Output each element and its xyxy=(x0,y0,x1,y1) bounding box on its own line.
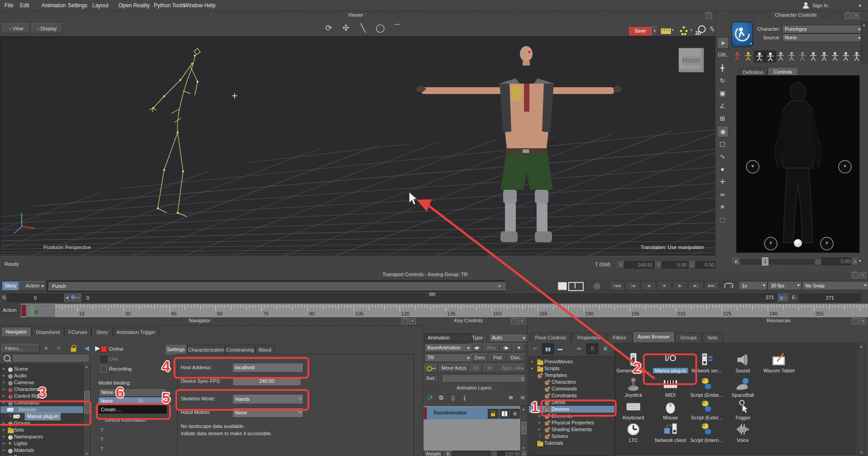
source-select[interactable]: None▼ xyxy=(782,33,863,42)
rotate-icon[interactable]: ↻ xyxy=(717,75,728,86)
panel-splitter[interactable] xyxy=(92,326,94,456)
asset-grid-scrollbar[interactable]: ▲ ▼ xyxy=(858,343,866,456)
model-binding-select[interactable]: None▼ xyxy=(99,388,167,397)
recording-checkbox[interactable] xyxy=(100,366,107,372)
story-mode-button[interactable]: Story xyxy=(2,281,19,291)
right-arm-select-button[interactable]: ▼ xyxy=(838,160,852,174)
step-back-button[interactable]: ◀ xyxy=(641,281,656,291)
menu-item-edit[interactable]: Edit xyxy=(20,2,29,9)
asset-item-voice[interactable]: Voice xyxy=(725,425,761,447)
expander-icon[interactable]: + xyxy=(531,365,533,372)
navigator-close-icon[interactable]: × xyxy=(409,318,416,324)
asset-item-general-purp-[interactable]: onoffGeneral Purp... xyxy=(615,355,651,378)
display-format-button-1[interactable] xyxy=(558,282,567,290)
expander-icon[interactable]: + xyxy=(2,427,5,433)
transport-close-icon[interactable]: × xyxy=(859,272,866,278)
asset-item-ltc[interactable]: LTC xyxy=(615,425,651,447)
back-arrow-icon[interactable]: ◀ xyxy=(82,344,91,352)
favorites-star-icon[interactable]: ☆ xyxy=(54,344,63,352)
asset-tree-item-elements[interactable]: +Elements xyxy=(529,413,615,419)
new-layer-icon[interactable]: ◇+ xyxy=(425,393,434,402)
asset-tree-item-shading-elements[interactable]: +Shading Elements xyxy=(529,426,615,433)
ik-button[interactable]: IK xyxy=(483,364,496,372)
menu-item-file[interactable]: File xyxy=(5,2,13,9)
character-controls-body-view[interactable]: ▼ ▼ ▼ ▼ xyxy=(736,75,860,253)
ctrl-rig-link-icon[interactable] xyxy=(732,51,742,61)
discontinuity-button[interactable]: Disc. xyxy=(507,353,525,362)
online-indicator[interactable] xyxy=(100,346,107,353)
translate-icon[interactable]: ╋ xyxy=(717,62,728,73)
expander-icon[interactable]: + xyxy=(538,413,541,419)
arc-icon[interactable]: ⌒ xyxy=(391,22,404,34)
asset-item-sound[interactable]: Sound xyxy=(725,355,761,378)
blend-a-button[interactable]: A xyxy=(852,258,859,266)
sun-icon[interactable]: ☀ xyxy=(717,202,728,212)
binding-option-create[interactable]: Create ... xyxy=(99,405,167,414)
ctrl-rig-pen-icon[interactable] xyxy=(743,51,753,61)
add-character-icon[interactable] xyxy=(852,51,862,61)
key-type-select[interactable]: Auto▼ xyxy=(489,334,528,342)
tree-item-lights[interactable]: +☀Lights xyxy=(0,440,90,447)
tree-item-scene[interactable]: +Scene xyxy=(0,366,90,372)
zoom-2d-icon[interactable]: 2D xyxy=(695,25,707,36)
delete-layer-icon[interactable]: ▯ xyxy=(448,393,458,402)
expander-icon[interactable]: + xyxy=(2,379,5,386)
snap-angle-icon[interactable]: ∠ xyxy=(717,100,728,111)
asset-item-joystick[interactable]: Joystick xyxy=(615,380,651,402)
list-view-icon[interactable]: ≔ xyxy=(574,343,585,353)
translate-x-field[interactable]: 166.81 xyxy=(624,261,655,268)
detail-view-icon[interactable]: ≣ xyxy=(600,343,611,353)
tab-constraining[interactable]: Constraining xyxy=(225,345,255,354)
frame-icon[interactable]: ⬚ xyxy=(717,214,728,225)
expander-icon[interactable]: + xyxy=(2,447,5,454)
layer-row-baseanimation[interactable]: BaseAnimation 1 ⊘ xyxy=(424,407,519,419)
blend-chevron-icon[interactable]: ▾ xyxy=(859,259,861,263)
tab-dopesheet[interactable]: Dopesheet xyxy=(32,328,64,336)
tree-item-constraints[interactable]: +Constraints xyxy=(0,400,90,406)
key-controls-close-icon[interactable]: × xyxy=(519,318,525,324)
asset-tree-item-tutorials[interactable]: Tutorials xyxy=(529,440,615,447)
menu-item-help[interactable]: Help xyxy=(204,2,216,9)
weight-slider[interactable] xyxy=(453,451,490,456)
asset-item-midi[interactable]: MIDI xyxy=(652,380,689,402)
frame-rate-select[interactable]: 30 fps▼ xyxy=(768,281,802,290)
tab-navigator[interactable]: Navigator xyxy=(1,327,32,336)
tree-item-cameras[interactable]: +Cameras xyxy=(0,379,90,386)
split-horizontal-icon[interactable]: ▬ xyxy=(555,343,566,353)
gbl-toggle[interactable]: GBL xyxy=(717,50,728,61)
expander-icon[interactable]: + xyxy=(2,433,5,440)
navigator-lock-icon[interactable] xyxy=(401,318,408,324)
asset-item-network-client[interactable]: Network client xyxy=(652,425,689,447)
key-icon-button[interactable] xyxy=(425,364,438,372)
blend-slider-track[interactable] xyxy=(741,259,814,264)
story-clip[interactable]: Punch xyxy=(48,282,506,291)
resources-close-icon[interactable]: × xyxy=(859,318,866,324)
action-mode-select[interactable]: Action▼ xyxy=(19,281,46,291)
axis-x-toggle[interactable]: X xyxy=(618,261,624,269)
pivot-icon[interactable]: ✛ xyxy=(717,176,728,187)
end-frame-field[interactable]: 271 xyxy=(799,294,861,302)
weight-value-field[interactable]: 100.00 xyxy=(498,451,522,456)
search-input[interactable] xyxy=(12,354,90,362)
asset-tree[interactable]: +PrevisMoves+Scripts-TemplatesCharacters… xyxy=(528,356,615,456)
keying-group-select[interactable]: TR▼ xyxy=(425,353,472,362)
orbit-icon[interactable]: ⟳ xyxy=(322,22,335,34)
play-speed-select[interactable]: 1x▼ xyxy=(739,281,768,290)
weight-k-button[interactable]: K xyxy=(444,451,452,456)
save-button[interactable]: Save xyxy=(628,26,652,36)
menu-item-animation[interactable]: Animation xyxy=(42,2,66,9)
character-controls-lock-icon[interactable] xyxy=(844,13,851,19)
asset-tree-item-constraints[interactable]: Constraints xyxy=(529,392,615,399)
tab-settings[interactable]: Settings xyxy=(165,344,187,354)
menu-item-window[interactable]: Window xyxy=(184,2,203,9)
tree-item-characters[interactable]: +Characters xyxy=(0,386,90,393)
axis-y-toggle[interactable]: Y xyxy=(655,261,662,269)
character-panel-scrollbar[interactable]: ▲ xyxy=(861,22,868,63)
sphere-icon[interactable]: ● xyxy=(717,164,728,174)
ruler-chevron-icon[interactable]: ▾ xyxy=(672,28,674,32)
selection-cursor-icon[interactable]: ➤ xyxy=(717,37,729,49)
tab-filters[interactable]: Filters xyxy=(606,333,632,342)
flat-button[interactable]: Flat xyxy=(489,353,506,362)
asset-item-script-embe-[interactable]: Script (Embe... xyxy=(689,380,725,402)
clip-chevron-icon[interactable]: ▼ xyxy=(498,284,501,288)
